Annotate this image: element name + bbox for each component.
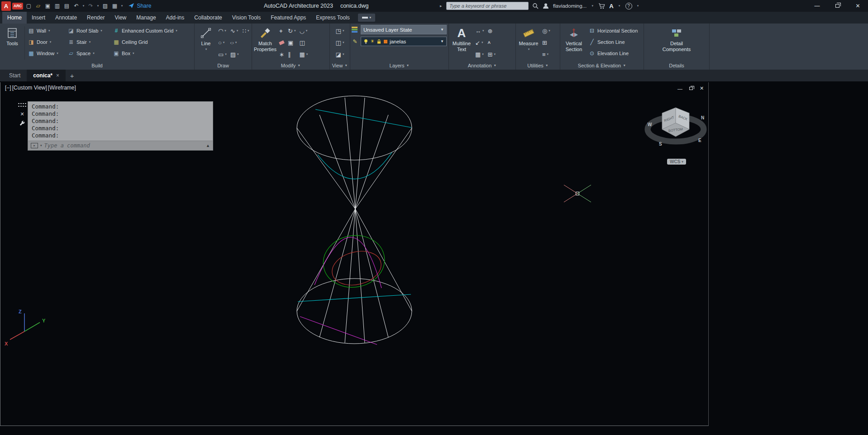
- polyline-tool[interactable]: ∿▾: [229, 25, 241, 36]
- command-window[interactable]: ✕ Command: Command: Command: Command: Co…: [17, 101, 213, 151]
- close-button[interactable]: ✕: [848, 0, 868, 12]
- search-input[interactable]: [449, 3, 525, 9]
- tab-home[interactable]: Home: [2, 12, 27, 24]
- search-box[interactable]: [446, 2, 529, 10]
- autodesk-logo[interactable]: A: [609, 3, 613, 9]
- dimension-tool[interactable]: ↔▾: [473, 25, 486, 36]
- restore-button[interactable]: [827, 0, 848, 12]
- hatch-tool[interactable]: ▨▾: [229, 49, 241, 60]
- new-drawing-tab-button[interactable]: +: [66, 70, 78, 81]
- save-icon[interactable]: ▣: [43, 1, 52, 10]
- tab-express-tools[interactable]: Express Tools: [311, 12, 354, 24]
- window-button[interactable]: ▦Window▾: [26, 47, 66, 59]
- explode-tool[interactable]: ∗: [277, 49, 286, 60]
- app-logo[interactable]: A: [1, 1, 11, 11]
- tab-vision-tools[interactable]: Vision Tools: [227, 12, 266, 24]
- search-expand-icon[interactable]: ▸: [440, 4, 442, 8]
- tab-featured-apps[interactable]: Featured Apps: [266, 12, 311, 24]
- arc-tool[interactable]: ◠▾: [216, 25, 229, 36]
- layer-color-swatch[interactable]: [383, 39, 388, 44]
- quick-calc-tool[interactable]: ⊞: [540, 37, 552, 48]
- panel-label-modify[interactable]: Modify▼: [252, 61, 329, 70]
- fillet-tool[interactable]: ◡▾: [297, 25, 310, 36]
- palette-close-icon[interactable]: ✕: [20, 112, 24, 117]
- tab-addins[interactable]: Add-ins: [161, 12, 190, 24]
- point-tool[interactable]: ∷▾: [241, 25, 251, 36]
- panel-label-annotation[interactable]: Annotation▼: [449, 61, 515, 70]
- layout-icon[interactable]: ▦: [110, 1, 119, 10]
- wall-button[interactable]: ▤Wall▾: [26, 25, 66, 36]
- tab-view[interactable]: View: [110, 12, 131, 24]
- panel-label-utilities[interactable]: Utilities▼: [516, 61, 560, 70]
- rectangle-tool[interactable]: ▭▾: [216, 49, 229, 60]
- tab-insert[interactable]: Insert: [27, 12, 50, 24]
- panel-label-layers[interactable]: Layers▼: [350, 61, 448, 70]
- redo-dropdown-icon[interactable]: ▾: [96, 1, 100, 10]
- doc-restore-button[interactable]: [689, 87, 693, 90]
- stair-button[interactable]: ≣Stair▾: [66, 36, 111, 47]
- command-input[interactable]: [44, 142, 204, 149]
- user-icon[interactable]: [543, 3, 549, 9]
- multiline-text-button[interactable]: A Multiline Text: [450, 25, 473, 61]
- erase-tool[interactable]: [277, 37, 286, 48]
- command-input-row[interactable]: ▸ ▾ ▲: [28, 141, 213, 150]
- user-dropdown-icon[interactable]: ▾: [591, 1, 594, 10]
- drawing-area[interactable]: [−] [Custom View] [Wireframe] — ✕ ✕ Comm…: [0, 81, 868, 435]
- line-button[interactable]: Line ▾: [196, 25, 216, 61]
- palette-customize-icon[interactable]: [19, 121, 25, 126]
- compass-north[interactable]: N: [701, 115, 704, 120]
- table-tool[interactable]: ▦▾: [473, 49, 486, 60]
- plot-icon[interactable]: ▤: [62, 1, 71, 10]
- ellipse-tool[interactable]: ○▾: [229, 37, 241, 48]
- file-tab-start[interactable]: Start: [3, 70, 27, 81]
- search-icon[interactable]: [532, 3, 539, 9]
- save-as-icon[interactable]: ▥: [53, 1, 61, 10]
- view-navigate-tool[interactable]: ◳▾: [334, 25, 346, 36]
- ribbon-display-toggle[interactable]: ▾: [358, 14, 375, 22]
- chevron-down-icon[interactable]: ▾: [40, 144, 42, 147]
- visual-style-tool[interactable]: ◫▾: [334, 37, 346, 48]
- undo-dropdown-icon[interactable]: ▾: [81, 1, 85, 10]
- cart-icon[interactable]: [598, 3, 605, 9]
- annotative-scale-tool[interactable]: A: [486, 37, 497, 48]
- undo-icon[interactable]: ↶: [72, 1, 80, 10]
- layer-freeze-sun-icon[interactable]: ☀: [370, 39, 375, 44]
- layer-lock-icon[interactable]: [377, 39, 382, 44]
- box-button[interactable]: ▣Box▾: [111, 47, 192, 59]
- detail-components-button[interactable]: Detail Components: [659, 25, 694, 61]
- minimize-button[interactable]: —: [807, 0, 827, 12]
- horizontal-section-button[interactable]: ⊟Horizontal Section: [587, 25, 639, 36]
- file-tab-close-icon[interactable]: ×: [56, 72, 59, 79]
- id-point-tool[interactable]: ≡▾: [540, 49, 552, 60]
- autodesk-dropdown-icon[interactable]: ▾: [618, 1, 621, 10]
- multileader-tool[interactable]: ↙▾: [473, 37, 486, 48]
- compass-south[interactable]: S: [659, 142, 662, 147]
- section-line-button[interactable]: ╱Section Line: [587, 36, 639, 47]
- panel-label-view[interactable]: View▼: [330, 61, 350, 70]
- array-tool[interactable]: ▦▾: [297, 49, 310, 60]
- file-tab-conica[interactable]: conica* ×: [27, 70, 66, 81]
- layer-match-icon[interactable]: ✎: [351, 38, 359, 45]
- compass-west[interactable]: W: [648, 122, 652, 127]
- quick-access-dropdown-icon[interactable]: ▾: [120, 1, 124, 10]
- palette-collapse-icon[interactable]: ▲: [206, 143, 210, 148]
- tab-annotate[interactable]: Annotate: [50, 12, 82, 24]
- viewport-view-control[interactable]: [Custom View]: [12, 85, 48, 91]
- elevation-line-button[interactable]: ⊙Elevation Line: [587, 47, 639, 59]
- wcs-selector[interactable]: WCS ▾: [667, 159, 686, 165]
- enhanced-custom-grid-button[interactable]: #Enhanced Custom Grid▾: [111, 25, 192, 36]
- copy-tool[interactable]: ▣: [286, 37, 297, 48]
- annotation-grid-tool[interactable]: ⊞▾: [486, 49, 497, 60]
- panel-label-section-elevation[interactable]: Section & Elevation▼: [560, 61, 644, 70]
- circle-tool[interactable]: ○▾: [216, 37, 229, 48]
- mirror-tool[interactable]: ◫: [297, 37, 310, 48]
- viewport-visual-style-control[interactable]: [Wireframe]: [48, 85, 76, 91]
- view-cube[interactable]: W N E S RIGHT BACK BOTTOM: [644, 104, 710, 151]
- doc-minimize-button[interactable]: —: [677, 86, 682, 91]
- measure-button[interactable]: Measure ▾: [517, 25, 540, 61]
- tab-collaborate[interactable]: Collaborate: [189, 12, 227, 24]
- redo-icon[interactable]: ↷: [86, 1, 95, 10]
- layer-on-bulb-icon[interactable]: [363, 39, 368, 44]
- tools-button[interactable]: Tools: [1, 25, 24, 61]
- center-mark-tool[interactable]: ⊕: [486, 25, 497, 36]
